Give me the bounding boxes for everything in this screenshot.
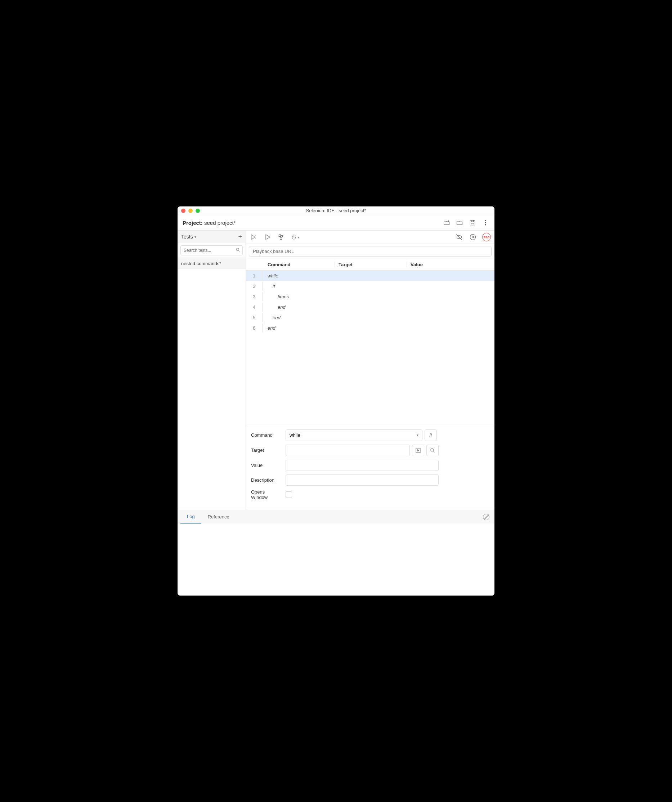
toolbar: ▾ REC xyxy=(246,231,494,244)
row-number: 6 xyxy=(246,323,263,333)
clear-log-button[interactable] xyxy=(483,514,489,520)
record-button[interactable]: REC xyxy=(482,233,491,241)
url-row xyxy=(246,244,494,259)
breakpoint-off-icon xyxy=(456,233,463,241)
project-label-text: Project: xyxy=(183,220,203,226)
row-number: 1 xyxy=(246,271,263,280)
folder-icon xyxy=(456,219,463,226)
run-button[interactable] xyxy=(263,233,272,241)
command-select-value: while xyxy=(289,432,300,438)
test-item[interactable]: nested commands* xyxy=(178,258,246,269)
editor-target-label: Target xyxy=(251,448,282,453)
content: ▾ REC Command Tar xyxy=(246,231,494,510)
search-wrap xyxy=(178,243,246,258)
header-command: Command xyxy=(263,262,334,267)
window-title: Selenium IDE - seed project* xyxy=(178,208,494,213)
project-name: seed project* xyxy=(204,220,236,226)
new-project-button[interactable] xyxy=(443,219,451,226)
command-editor: Command while ▾ // Target xyxy=(246,425,494,510)
row-number: 2 xyxy=(246,282,263,291)
svg-point-1 xyxy=(485,222,486,223)
editor-value-label: Value xyxy=(251,462,282,468)
selector-icon xyxy=(415,448,421,453)
tests-dropdown[interactable]: Tests ▾ xyxy=(181,234,196,239)
value-input[interactable] xyxy=(286,460,439,471)
test-list: nested commands* xyxy=(178,258,246,510)
new-folder-icon xyxy=(443,219,450,226)
opens-window-checkbox[interactable] xyxy=(286,492,292,498)
step-over-icon xyxy=(278,233,285,241)
svg-rect-8 xyxy=(416,448,420,453)
disable-breakpoints-button[interactable] xyxy=(455,233,464,241)
toggle-comment-button[interactable]: // xyxy=(425,430,437,441)
run-all-button[interactable] xyxy=(250,233,258,241)
svg-point-7 xyxy=(470,234,476,240)
tab-log[interactable]: Log xyxy=(181,510,201,524)
pause-button[interactable] xyxy=(468,233,477,241)
project-label: Project: seed project* xyxy=(183,220,236,226)
header-target: Target xyxy=(334,262,407,267)
step-button[interactable] xyxy=(277,233,286,241)
table-header: Command Target Value xyxy=(246,259,494,270)
tab-reference[interactable]: Reference xyxy=(201,511,236,523)
table-row[interactable]: 1while xyxy=(246,270,494,281)
select-target-button[interactable] xyxy=(412,445,424,456)
table-row[interactable]: 6end xyxy=(246,323,494,333)
row-command: end xyxy=(263,325,334,331)
command-select[interactable]: while ▾ xyxy=(286,430,422,441)
search-icon xyxy=(236,247,241,254)
svg-point-2 xyxy=(485,225,486,226)
table-row[interactable]: 3times xyxy=(246,291,494,302)
svg-point-0 xyxy=(485,220,486,221)
log-area xyxy=(178,524,494,595)
more-menu-button[interactable] xyxy=(481,219,489,226)
table-body: 1while2if3times4end5end6end xyxy=(246,270,494,425)
sidebar-title-text: Tests xyxy=(181,234,193,239)
chevron-down-icon: ▾ xyxy=(297,235,299,239)
titlebar: Selenium IDE - seed project* xyxy=(178,207,494,215)
base-url-input[interactable] xyxy=(249,246,491,257)
play-all-icon xyxy=(250,233,257,241)
header-value: Value xyxy=(407,262,494,267)
table-row[interactable]: 4end xyxy=(246,302,494,312)
project-actions xyxy=(443,219,489,226)
table-row[interactable]: 5end xyxy=(246,312,494,323)
main-split: Tests ▾ + nested commands* xyxy=(178,231,494,510)
chevron-down-icon: ▾ xyxy=(194,235,196,239)
app-window: Selenium IDE - seed project* Project: se… xyxy=(178,207,494,595)
bottom-tabs: Log Reference xyxy=(178,510,494,524)
open-project-button[interactable] xyxy=(456,219,464,226)
row-command: end xyxy=(263,304,334,310)
chevron-down-icon: ▾ xyxy=(417,433,418,437)
description-input[interactable] xyxy=(286,474,439,486)
sidebar: Tests ▾ + nested commands* xyxy=(178,231,246,510)
row-command: end xyxy=(263,315,334,320)
svg-rect-4 xyxy=(279,234,281,236)
row-number: 3 xyxy=(246,292,263,301)
stopwatch-icon xyxy=(291,234,297,240)
speed-button[interactable]: ▾ xyxy=(291,233,299,241)
find-target-button[interactable] xyxy=(426,445,439,456)
add-test-button[interactable]: + xyxy=(238,233,242,240)
table-row[interactable]: 2if xyxy=(246,281,494,291)
editor-description-label: Description xyxy=(251,477,282,483)
search-input[interactable] xyxy=(181,245,243,255)
row-number: 5 xyxy=(246,313,263,322)
target-input[interactable] xyxy=(286,445,410,456)
editor-command-label: Command xyxy=(251,432,282,438)
editor-opens-window-label: Opens Window xyxy=(251,489,282,500)
row-number: 4 xyxy=(246,302,263,312)
rec-label: REC xyxy=(484,236,490,239)
svg-point-9 xyxy=(431,448,434,451)
row-command: if xyxy=(263,283,334,289)
search-icon xyxy=(430,448,435,453)
more-vertical-icon xyxy=(482,219,489,226)
svg-point-3 xyxy=(236,248,239,251)
pause-icon xyxy=(469,233,477,241)
command-table: Command Target Value 1while2if3times4end… xyxy=(246,259,494,425)
sidebar-header: Tests ▾ + xyxy=(178,231,246,243)
row-command: while xyxy=(263,273,334,278)
save-project-button[interactable] xyxy=(468,219,477,226)
row-command: times xyxy=(263,294,334,299)
save-icon xyxy=(469,219,476,226)
